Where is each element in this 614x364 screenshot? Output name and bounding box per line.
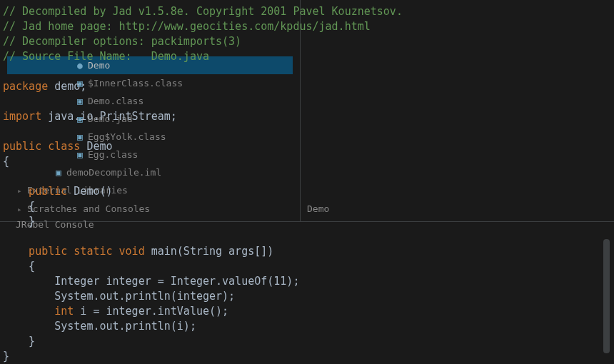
keyword: public	[3, 185, 67, 198]
brace: {	[3, 260, 35, 273]
code-text: java.io.PrintStream;	[41, 110, 177, 123]
comment-line: // Decompiler options: packimports(3)	[3, 35, 248, 48]
code-text: Integer integer = Integer.valueOf(11);	[3, 275, 299, 288]
brace: }	[3, 215, 35, 228]
keyword: public static void	[3, 245, 145, 258]
source-code[interactable]: // Decompiled by Jad v1.5.8e. Copyright …	[3, 4, 614, 364]
brace: {	[3, 200, 35, 213]
keyword: int	[54, 305, 74, 318]
code-text: Demo()	[67, 185, 112, 198]
code-text: Demo	[80, 140, 112, 153]
comment-line: // Source File Name: Demo.java	[3, 50, 209, 63]
brace: }	[3, 335, 35, 348]
keyword: package	[3, 80, 48, 93]
code-text	[3, 305, 54, 318]
code-editor[interactable]: // Decompiled by Jad v1.5.8e. Copyright …	[0, 0, 614, 364]
code-text: System.out.println(i);	[3, 320, 196, 333]
comment-line: // Jad home page: http://www.geocities.c…	[3, 20, 371, 33]
comment-line: // Decompiled by Jad v1.5.8e. Copyright …	[3, 5, 403, 18]
code-text: System.out.println(integer);	[3, 290, 235, 303]
vertical-scrollbar[interactable]	[603, 239, 610, 353]
brace: }	[3, 350, 9, 363]
code-text: i = integer.intValue();	[74, 305, 228, 318]
keyword: import	[3, 110, 41, 123]
code-text: main(String args[])	[145, 245, 274, 258]
brace: {	[3, 155, 9, 168]
code-text: demo;	[48, 80, 86, 93]
keyword: public class	[3, 140, 80, 153]
